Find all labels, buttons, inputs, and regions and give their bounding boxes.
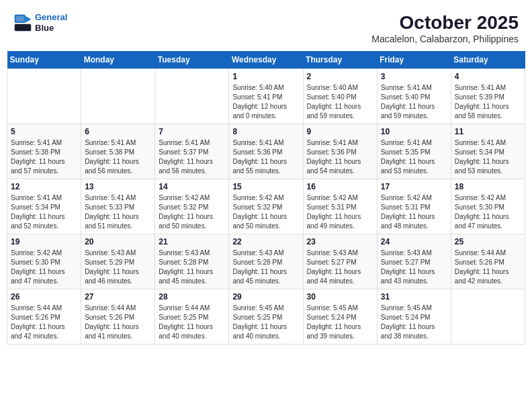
- day-number: 27: [85, 292, 151, 302]
- day-info: Sunrise: 5:44 AM Sunset: 5:26 PM Dayligh…: [85, 304, 151, 341]
- day-number: 2: [307, 72, 373, 81]
- calendar-cell: 11Sunrise: 5:41 AM Sunset: 5:34 PM Dayli…: [451, 124, 525, 179]
- logo: General Blue: [13, 12, 67, 33]
- calendar-cell: 13Sunrise: 5:41 AM Sunset: 5:33 PM Dayli…: [81, 179, 155, 234]
- calendar: SundayMondayTuesdayWednesdayThursdayFrid…: [7, 51, 525, 345]
- calendar-cell: 22Sunrise: 5:43 AM Sunset: 5:28 PM Dayli…: [229, 234, 303, 289]
- day-info: Sunrise: 5:41 AM Sunset: 5:39 PM Dayligh…: [455, 83, 521, 121]
- week-row-1: 1Sunrise: 5:40 AM Sunset: 5:41 PM Daylig…: [7, 69, 525, 124]
- day-info: Sunrise: 5:45 AM Sunset: 5:24 PM Dayligh…: [381, 304, 447, 341]
- day-info: Sunrise: 5:41 AM Sunset: 5:33 PM Dayligh…: [85, 193, 151, 231]
- calendar-cell: 7Sunrise: 5:41 AM Sunset: 5:37 PM Daylig…: [155, 124, 229, 179]
- calendar-cell: 20Sunrise: 5:43 AM Sunset: 5:29 PM Dayli…: [81, 234, 155, 289]
- calendar-cell: 12Sunrise: 5:41 AM Sunset: 5:34 PM Dayli…: [7, 179, 81, 234]
- day-number: 30: [307, 292, 373, 302]
- day-info: Sunrise: 5:43 AM Sunset: 5:27 PM Dayligh…: [381, 248, 447, 286]
- day-number: 21: [159, 237, 225, 246]
- day-number: 23: [307, 237, 373, 246]
- title-area: October 2025 Macalelon, Calabarzon, Phil…: [371, 12, 519, 44]
- day-info: Sunrise: 5:42 AM Sunset: 5:30 PM Dayligh…: [455, 193, 521, 231]
- day-info: Sunrise: 5:41 AM Sunset: 5:36 PM Dayligh…: [232, 138, 299, 176]
- day-info: Sunrise: 5:43 AM Sunset: 5:29 PM Dayligh…: [85, 248, 151, 286]
- day-number: 11: [455, 127, 521, 136]
- calendar-cell: 19Sunrise: 5:42 AM Sunset: 5:30 PM Dayli…: [7, 234, 81, 289]
- calendar-cell: 1Sunrise: 5:40 AM Sunset: 5:41 PM Daylig…: [229, 69, 303, 124]
- calendar-cell: [451, 289, 525, 345]
- day-info: Sunrise: 5:40 AM Sunset: 5:41 PM Dayligh…: [232, 83, 299, 121]
- day-number: 1: [232, 72, 299, 81]
- day-number: 4: [455, 72, 521, 81]
- calendar-cell: 21Sunrise: 5:43 AM Sunset: 5:28 PM Dayli…: [155, 234, 229, 289]
- day-number: 6: [85, 127, 151, 136]
- calendar-cell: 31Sunrise: 5:45 AM Sunset: 5:24 PM Dayli…: [377, 289, 451, 345]
- calendar-cell: 30Sunrise: 5:45 AM Sunset: 5:24 PM Dayli…: [303, 289, 377, 345]
- calendar-cell: 5Sunrise: 5:41 AM Sunset: 5:38 PM Daylig…: [7, 124, 81, 179]
- weekday-monday: Monday: [81, 51, 155, 69]
- day-info: Sunrise: 5:41 AM Sunset: 5:34 PM Dayligh…: [455, 138, 521, 176]
- day-info: Sunrise: 5:41 AM Sunset: 5:35 PM Dayligh…: [381, 138, 447, 176]
- day-info: Sunrise: 5:43 AM Sunset: 5:28 PM Dayligh…: [232, 248, 299, 286]
- weekday-friday: Friday: [377, 51, 451, 69]
- day-number: 26: [11, 292, 77, 302]
- calendar-cell: 29Sunrise: 5:45 AM Sunset: 5:25 PM Dayli…: [229, 289, 303, 345]
- calendar-cell: 27Sunrise: 5:44 AM Sunset: 5:26 PM Dayli…: [81, 289, 155, 345]
- day-number: 7: [159, 127, 225, 136]
- calendar-cell: 24Sunrise: 5:43 AM Sunset: 5:27 PM Dayli…: [377, 234, 451, 289]
- calendar-cell: 4Sunrise: 5:41 AM Sunset: 5:39 PM Daylig…: [451, 69, 525, 124]
- day-number: 19: [11, 237, 77, 246]
- day-info: Sunrise: 5:45 AM Sunset: 5:24 PM Dayligh…: [307, 304, 373, 341]
- location: Macalelon, Calabarzon, Philippines: [371, 34, 519, 44]
- day-number: 13: [85, 182, 151, 191]
- day-info: Sunrise: 5:41 AM Sunset: 5:34 PM Dayligh…: [11, 193, 77, 231]
- weekday-thursday: Thursday: [303, 51, 377, 69]
- day-info: Sunrise: 5:41 AM Sunset: 5:38 PM Dayligh…: [85, 138, 151, 176]
- calendar-cell: 16Sunrise: 5:42 AM Sunset: 5:31 PM Dayli…: [303, 179, 377, 234]
- calendar-cell: 25Sunrise: 5:44 AM Sunset: 5:26 PM Dayli…: [451, 234, 525, 289]
- calendar-cell: 28Sunrise: 5:44 AM Sunset: 5:25 PM Dayli…: [155, 289, 229, 345]
- calendar-cell: 26Sunrise: 5:44 AM Sunset: 5:26 PM Dayli…: [7, 289, 81, 345]
- calendar-cell: 18Sunrise: 5:42 AM Sunset: 5:30 PM Dayli…: [451, 179, 525, 234]
- svg-rect-4: [15, 24, 32, 31]
- day-number: 14: [159, 182, 225, 191]
- calendar-cell: 3Sunrise: 5:41 AM Sunset: 5:40 PM Daylig…: [377, 69, 451, 124]
- calendar-body: 1Sunrise: 5:40 AM Sunset: 5:41 PM Daylig…: [7, 69, 525, 345]
- calendar-cell: 10Sunrise: 5:41 AM Sunset: 5:35 PM Dayli…: [377, 124, 451, 179]
- week-row-5: 26Sunrise: 5:44 AM Sunset: 5:26 PM Dayli…: [7, 289, 525, 345]
- day-number: 10: [381, 127, 447, 136]
- weekday-tuesday: Tuesday: [155, 51, 229, 69]
- day-number: 25: [455, 237, 521, 246]
- calendar-cell: 8Sunrise: 5:41 AM Sunset: 5:36 PM Daylig…: [229, 124, 303, 179]
- day-number: 16: [307, 182, 373, 191]
- header: General Blue October 2025 Macalelon, Cal…: [7, 7, 525, 47]
- weekday-sunday: Sunday: [7, 51, 81, 69]
- weekday-header: SundayMondayTuesdayWednesdayThursdayFrid…: [7, 51, 525, 69]
- day-number: 31: [381, 292, 447, 302]
- day-info: Sunrise: 5:43 AM Sunset: 5:28 PM Dayligh…: [159, 248, 225, 286]
- day-info: Sunrise: 5:41 AM Sunset: 5:36 PM Dayligh…: [307, 138, 373, 176]
- calendar-cell: 17Sunrise: 5:42 AM Sunset: 5:31 PM Dayli…: [377, 179, 451, 234]
- calendar-cell: 6Sunrise: 5:41 AM Sunset: 5:38 PM Daylig…: [81, 124, 155, 179]
- day-info: Sunrise: 5:41 AM Sunset: 5:37 PM Dayligh…: [159, 138, 225, 176]
- day-info: Sunrise: 5:42 AM Sunset: 5:32 PM Dayligh…: [159, 193, 225, 231]
- day-info: Sunrise: 5:44 AM Sunset: 5:26 PM Dayligh…: [455, 248, 521, 286]
- day-info: Sunrise: 5:44 AM Sunset: 5:26 PM Dayligh…: [11, 304, 77, 341]
- day-info: Sunrise: 5:42 AM Sunset: 5:31 PM Dayligh…: [307, 193, 373, 231]
- svg-rect-2: [16, 15, 24, 21]
- logo-icon: [13, 13, 32, 32]
- day-number: 15: [232, 182, 299, 191]
- day-number: 9: [307, 127, 373, 136]
- day-number: 18: [455, 182, 521, 191]
- day-info: Sunrise: 5:43 AM Sunset: 5:27 PM Dayligh…: [307, 248, 373, 286]
- day-number: 24: [381, 237, 447, 246]
- day-number: 29: [232, 292, 299, 302]
- calendar-cell: [81, 69, 155, 124]
- week-row-2: 5Sunrise: 5:41 AM Sunset: 5:38 PM Daylig…: [7, 124, 525, 179]
- day-number: 20: [85, 237, 151, 246]
- day-number: 12: [11, 182, 77, 191]
- calendar-cell: 14Sunrise: 5:42 AM Sunset: 5:32 PM Dayli…: [155, 179, 229, 234]
- day-info: Sunrise: 5:42 AM Sunset: 5:32 PM Dayligh…: [232, 193, 299, 231]
- calendar-cell: 2Sunrise: 5:40 AM Sunset: 5:40 PM Daylig…: [303, 69, 377, 124]
- calendar-cell: [155, 69, 229, 124]
- day-number: 22: [232, 237, 299, 246]
- calendar-cell: 23Sunrise: 5:43 AM Sunset: 5:27 PM Dayli…: [303, 234, 377, 289]
